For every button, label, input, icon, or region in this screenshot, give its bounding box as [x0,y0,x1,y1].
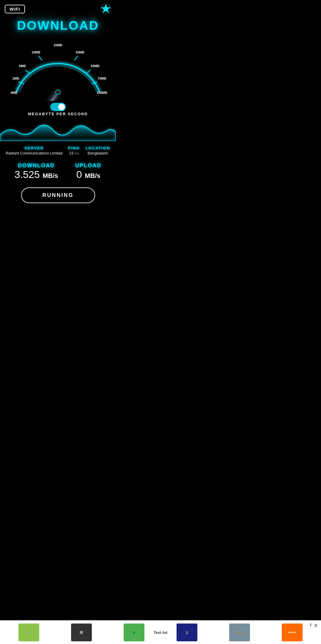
info-row: SERVER Radiant Communications Limitad PI… [0,141,116,158]
server-value: Radiant Communications Limitad [6,151,62,156]
run-button-row: RUNNING [0,187,116,203]
svg-text:50MB: 50MB [91,64,99,68]
star-icon[interactable] [100,4,111,14]
speeds-row: DOWNLOAD 3.525 MB/s UPLOAD 0 MB/s [0,158,116,182]
download-speed: DOWNLOAD 3.525 MB/s [15,162,58,180]
page-title: DOWNLOAD [0,18,116,33]
run-button[interactable]: RUNNING [21,187,95,203]
upload-speed: UPLOAD 0 MB/s [75,162,101,180]
svg-marker-0 [101,4,111,13]
svg-text:20MB: 20MB [54,43,62,47]
unit-toggle-row [0,103,116,111]
svg-rect-20 [35,91,59,101]
svg-line-7 [74,56,78,61]
server-label: SERVER [24,146,44,150]
svg-text:0MB: 0MB [10,91,17,94]
upload-label: UPLOAD [75,162,101,169]
download-value: 3.525 MB/s [15,169,58,180]
wifi-badge[interactable]: WIFI [5,5,25,13]
svg-text:5MB: 5MB [19,64,26,68]
svg-text:10MB: 10MB [32,50,40,54]
location-value: Bangladash [88,151,108,156]
top-bar: WIFI [0,0,116,17]
ping-info: PING 23 ms [68,146,80,156]
svg-point-21 [56,90,60,94]
speedometer-gauge: 0MB 1MB 5MB 10MB 20MB 30MB 50MB 70MB 100… [7,36,108,101]
ping-value: 23 ms [69,151,79,156]
svg-text:100MB: 100MB [97,91,107,94]
svg-line-5 [39,56,42,61]
svg-text:70MB: 70MB [97,77,106,80]
unit-toggle[interactable] [50,103,66,111]
unit-label: MEGABYTE PER SECOND [0,112,116,116]
ping-label: PING [68,146,80,150]
svg-text:30MB: 30MB [75,50,84,54]
upload-value: 0 MB/s [76,169,100,180]
download-label: DOWNLOAD [15,162,58,169]
server-info: SERVER Radiant Communications Limitad [6,146,62,156]
location-label: LOCATION [86,146,110,150]
wave-display [0,117,116,141]
svg-text:1MB: 1MB [12,77,19,80]
location-info: LOCATION Bangladash [86,146,110,156]
